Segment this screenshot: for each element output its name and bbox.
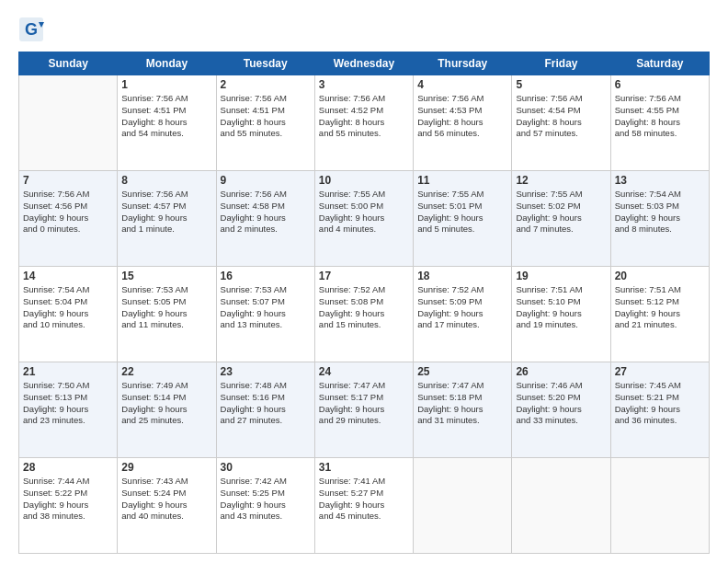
day-number: 22 bbox=[121, 365, 211, 378]
weekday-header: Friday bbox=[512, 52, 610, 75]
day-number: 21 bbox=[23, 365, 113, 378]
day-info: Sunrise: 7:56 AM Sunset: 4:58 PM Dayligh… bbox=[221, 189, 311, 236]
calendar-cell: 15Sunrise: 7:53 AM Sunset: 5:05 PM Dayli… bbox=[118, 267, 216, 362]
day-number: 1 bbox=[121, 78, 211, 91]
day-info: Sunrise: 7:49 AM Sunset: 5:14 PM Dayligh… bbox=[121, 380, 211, 427]
day-number: 29 bbox=[121, 461, 211, 474]
calendar-cell: 29Sunrise: 7:43 AM Sunset: 5:24 PM Dayli… bbox=[118, 458, 216, 554]
day-info: Sunrise: 7:56 AM Sunset: 4:52 PM Dayligh… bbox=[319, 93, 409, 140]
calendar-cell: 24Sunrise: 7:47 AM Sunset: 5:17 PM Dayli… bbox=[314, 362, 413, 458]
day-number: 31 bbox=[319, 461, 409, 474]
calendar-cell: 19Sunrise: 7:51 AM Sunset: 5:10 PM Dayli… bbox=[512, 267, 610, 362]
calendar-week-row: 1Sunrise: 7:56 AM Sunset: 4:51 PM Daylig… bbox=[19, 75, 710, 171]
day-number: 6 bbox=[615, 78, 705, 91]
logo: G bbox=[18, 17, 48, 42]
calendar-cell: 17Sunrise: 7:52 AM Sunset: 5:08 PM Dayli… bbox=[314, 267, 413, 362]
day-number: 23 bbox=[221, 365, 311, 378]
day-number: 27 bbox=[615, 365, 705, 378]
page: G SundayMondayTuesdayWednesdayThursdayFr… bbox=[0, 0, 728, 563]
day-number: 12 bbox=[516, 174, 606, 187]
day-info: Sunrise: 7:55 AM Sunset: 5:01 PM Dayligh… bbox=[417, 189, 507, 236]
day-info: Sunrise: 7:45 AM Sunset: 5:21 PM Dayligh… bbox=[615, 380, 705, 427]
calendar-cell: 13Sunrise: 7:54 AM Sunset: 5:03 PM Dayli… bbox=[610, 171, 709, 267]
day-number: 13 bbox=[615, 174, 705, 187]
day-number: 11 bbox=[417, 174, 507, 187]
day-info: Sunrise: 7:53 AM Sunset: 5:07 PM Dayligh… bbox=[221, 284, 311, 331]
calendar-week-row: 21Sunrise: 7:50 AM Sunset: 5:13 PM Dayli… bbox=[19, 362, 710, 458]
calendar-cell: 31Sunrise: 7:41 AM Sunset: 5:27 PM Dayli… bbox=[314, 458, 413, 554]
calendar-cell: 14Sunrise: 7:54 AM Sunset: 5:04 PM Dayli… bbox=[19, 267, 118, 362]
calendar-cell: 22Sunrise: 7:49 AM Sunset: 5:14 PM Dayli… bbox=[118, 362, 216, 458]
calendar-cell: 23Sunrise: 7:48 AM Sunset: 5:16 PM Dayli… bbox=[216, 362, 314, 458]
day-number: 28 bbox=[23, 461, 113, 474]
calendar-week-row: 14Sunrise: 7:54 AM Sunset: 5:04 PM Dayli… bbox=[19, 267, 710, 362]
calendar-cell bbox=[19, 75, 118, 171]
calendar-cell: 9Sunrise: 7:56 AM Sunset: 4:58 PM Daylig… bbox=[216, 171, 314, 267]
day-info: Sunrise: 7:48 AM Sunset: 5:16 PM Dayligh… bbox=[221, 380, 311, 427]
day-info: Sunrise: 7:52 AM Sunset: 5:09 PM Dayligh… bbox=[417, 284, 507, 331]
day-info: Sunrise: 7:54 AM Sunset: 5:03 PM Dayligh… bbox=[615, 189, 705, 236]
calendar-cell: 10Sunrise: 7:55 AM Sunset: 5:00 PM Dayli… bbox=[314, 171, 413, 267]
calendar-cell: 11Sunrise: 7:55 AM Sunset: 5:01 PM Dayli… bbox=[414, 171, 512, 267]
calendar-cell: 20Sunrise: 7:51 AM Sunset: 5:12 PM Dayli… bbox=[610, 267, 709, 362]
day-info: Sunrise: 7:56 AM Sunset: 4:57 PM Dayligh… bbox=[121, 189, 211, 236]
calendar-cell: 8Sunrise: 7:56 AM Sunset: 4:57 PM Daylig… bbox=[118, 171, 216, 267]
day-number: 10 bbox=[319, 174, 409, 187]
day-number: 20 bbox=[615, 270, 705, 282]
weekday-header: Monday bbox=[118, 52, 216, 75]
calendar-cell: 2Sunrise: 7:56 AM Sunset: 4:51 PM Daylig… bbox=[216, 75, 314, 171]
day-info: Sunrise: 7:46 AM Sunset: 5:20 PM Dayligh… bbox=[516, 380, 606, 427]
day-info: Sunrise: 7:56 AM Sunset: 4:53 PM Dayligh… bbox=[417, 93, 507, 140]
day-number: 15 bbox=[121, 270, 211, 282]
day-info: Sunrise: 7:41 AM Sunset: 5:27 PM Dayligh… bbox=[319, 476, 409, 523]
calendar-cell: 1Sunrise: 7:56 AM Sunset: 4:51 PM Daylig… bbox=[118, 75, 216, 171]
calendar-cell: 4Sunrise: 7:56 AM Sunset: 4:53 PM Daylig… bbox=[414, 75, 512, 171]
day-info: Sunrise: 7:47 AM Sunset: 5:18 PM Dayligh… bbox=[417, 380, 507, 427]
day-number: 5 bbox=[516, 78, 606, 91]
calendar-cell: 30Sunrise: 7:42 AM Sunset: 5:25 PM Dayli… bbox=[216, 458, 314, 554]
calendar-cell bbox=[414, 458, 512, 554]
header: G bbox=[18, 17, 710, 42]
logo-icon: G bbox=[18, 17, 44, 42]
calendar-cell: 25Sunrise: 7:47 AM Sunset: 5:18 PM Dayli… bbox=[414, 362, 512, 458]
day-info: Sunrise: 7:44 AM Sunset: 5:22 PM Dayligh… bbox=[23, 476, 113, 523]
day-number: 2 bbox=[221, 78, 311, 91]
weekday-header: Tuesday bbox=[216, 52, 314, 75]
day-number: 24 bbox=[319, 365, 409, 378]
weekday-header: Saturday bbox=[610, 52, 709, 75]
day-number: 17 bbox=[319, 270, 409, 282]
day-info: Sunrise: 7:55 AM Sunset: 5:00 PM Dayligh… bbox=[319, 189, 409, 236]
day-info: Sunrise: 7:52 AM Sunset: 5:08 PM Dayligh… bbox=[319, 284, 409, 331]
calendar-cell: 16Sunrise: 7:53 AM Sunset: 5:07 PM Dayli… bbox=[216, 267, 314, 362]
day-number: 18 bbox=[417, 270, 507, 282]
day-number: 30 bbox=[221, 461, 311, 474]
weekday-header: Thursday bbox=[414, 52, 512, 75]
day-info: Sunrise: 7:56 AM Sunset: 4:54 PM Dayligh… bbox=[516, 93, 606, 140]
calendar-week-row: 7Sunrise: 7:56 AM Sunset: 4:56 PM Daylig… bbox=[19, 171, 710, 267]
calendar-cell: 5Sunrise: 7:56 AM Sunset: 4:54 PM Daylig… bbox=[512, 75, 610, 171]
calendar-cell: 27Sunrise: 7:45 AM Sunset: 5:21 PM Dayli… bbox=[610, 362, 709, 458]
day-info: Sunrise: 7:56 AM Sunset: 4:56 PM Dayligh… bbox=[23, 189, 113, 236]
calendar-cell bbox=[610, 458, 709, 554]
weekday-header: Sunday bbox=[19, 52, 118, 75]
day-info: Sunrise: 7:43 AM Sunset: 5:24 PM Dayligh… bbox=[121, 476, 211, 523]
day-number: 19 bbox=[516, 270, 606, 282]
calendar-cell: 3Sunrise: 7:56 AM Sunset: 4:52 PM Daylig… bbox=[314, 75, 413, 171]
day-info: Sunrise: 7:55 AM Sunset: 5:02 PM Dayligh… bbox=[516, 189, 606, 236]
day-number: 14 bbox=[23, 270, 113, 282]
day-info: Sunrise: 7:51 AM Sunset: 5:10 PM Dayligh… bbox=[516, 284, 606, 331]
weekday-header-row: SundayMondayTuesdayWednesdayThursdayFrid… bbox=[19, 52, 710, 75]
day-info: Sunrise: 7:56 AM Sunset: 4:51 PM Dayligh… bbox=[121, 93, 211, 140]
day-info: Sunrise: 7:56 AM Sunset: 4:51 PM Dayligh… bbox=[221, 93, 311, 140]
calendar-cell: 21Sunrise: 7:50 AM Sunset: 5:13 PM Dayli… bbox=[19, 362, 118, 458]
day-info: Sunrise: 7:54 AM Sunset: 5:04 PM Dayligh… bbox=[23, 284, 113, 331]
day-info: Sunrise: 7:47 AM Sunset: 5:17 PM Dayligh… bbox=[319, 380, 409, 427]
day-number: 9 bbox=[221, 174, 311, 187]
calendar-cell: 28Sunrise: 7:44 AM Sunset: 5:22 PM Dayli… bbox=[19, 458, 118, 554]
day-info: Sunrise: 7:50 AM Sunset: 5:13 PM Dayligh… bbox=[23, 380, 113, 427]
calendar-cell bbox=[512, 458, 610, 554]
day-info: Sunrise: 7:53 AM Sunset: 5:05 PM Dayligh… bbox=[121, 284, 211, 331]
calendar-cell: 26Sunrise: 7:46 AM Sunset: 5:20 PM Dayli… bbox=[512, 362, 610, 458]
weekday-header: Wednesday bbox=[314, 52, 413, 75]
svg-text:G: G bbox=[25, 20, 38, 39]
